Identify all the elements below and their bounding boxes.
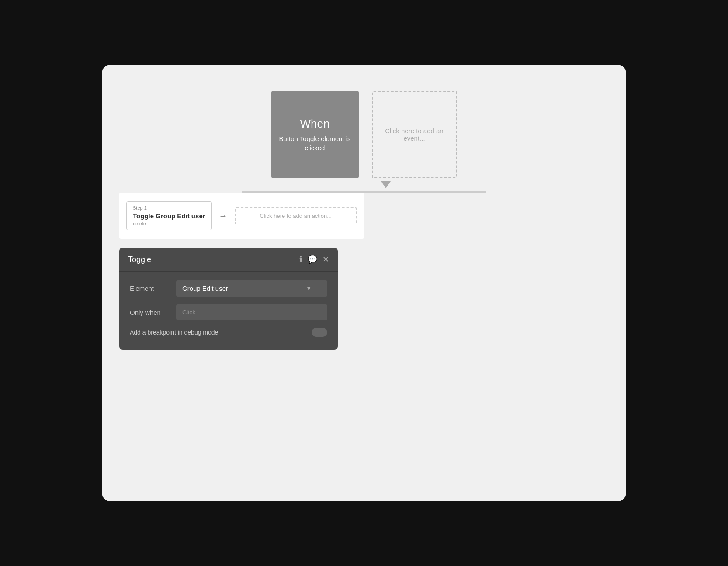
only-when-placeholder: Click [182, 309, 195, 316]
when-trigger-block[interactable]: When Button Toggle element is clicked [271, 91, 359, 178]
info-icon[interactable]: ℹ [299, 255, 302, 264]
comment-icon[interactable]: 💬 [308, 255, 317, 264]
add-event-label: Click here to add an event... [381, 127, 447, 142]
breakpoint-row: Add a breakpoint in debug mode [130, 328, 327, 337]
add-event-block[interactable]: Click here to add an event... [372, 91, 457, 178]
arrow-connector [337, 178, 391, 191]
when-title: When [300, 117, 330, 131]
step-label: Step 1 [133, 205, 205, 211]
element-field-row: Element Group Edit user ▼ [130, 280, 327, 297]
element-dropdown[interactable]: Group Edit user ▼ [176, 280, 327, 297]
canvas-area: When Button Toggle element is clicked Cl… [119, 91, 609, 484]
toggle-panel-body: Element Group Edit user ▼ Only when Clic… [119, 272, 338, 341]
close-icon[interactable]: ✕ [322, 255, 329, 264]
panel-icons: ℹ 💬 ✕ [299, 255, 329, 264]
only-when-label: Only when [130, 309, 169, 316]
step-action: Toggle Group Edit user [133, 212, 205, 220]
add-action-block[interactable]: Click here to add an action... [235, 207, 357, 224]
toggle-panel: Toggle ℹ 💬 ✕ Element Group Edit user ▼ [119, 248, 338, 350]
add-action-label: Click here to add an action... [260, 213, 332, 219]
toggle-panel-header: Toggle ℹ 💬 ✕ [119, 248, 338, 272]
element-dropdown-value: Group Edit user [182, 285, 228, 292]
only-when-field-row: Only when Click [130, 304, 327, 320]
breakpoint-label: Add a breakpoint in debug mode [130, 329, 218, 336]
step-block[interactable]: Step 1 Toggle Group Edit user delete [126, 201, 212, 230]
toggle-panel-title: Toggle [128, 255, 151, 264]
breakpoint-toggle[interactable] [312, 328, 327, 337]
when-subtitle: Button Toggle element is clicked [271, 134, 359, 152]
step-arrow-icon: → [219, 211, 228, 221]
steps-section: Step 1 Toggle Group Edit user delete → C… [119, 193, 364, 239]
top-row: When Button Toggle element is clicked Cl… [271, 91, 457, 178]
app-window: When Button Toggle element is clicked Cl… [102, 65, 626, 501]
element-label: Element [130, 285, 169, 292]
arrow-down-icon [381, 181, 391, 188]
chevron-down-icon: ▼ [306, 285, 312, 292]
only-when-input[interactable]: Click [176, 304, 327, 320]
step-delete[interactable]: delete [133, 221, 205, 226]
